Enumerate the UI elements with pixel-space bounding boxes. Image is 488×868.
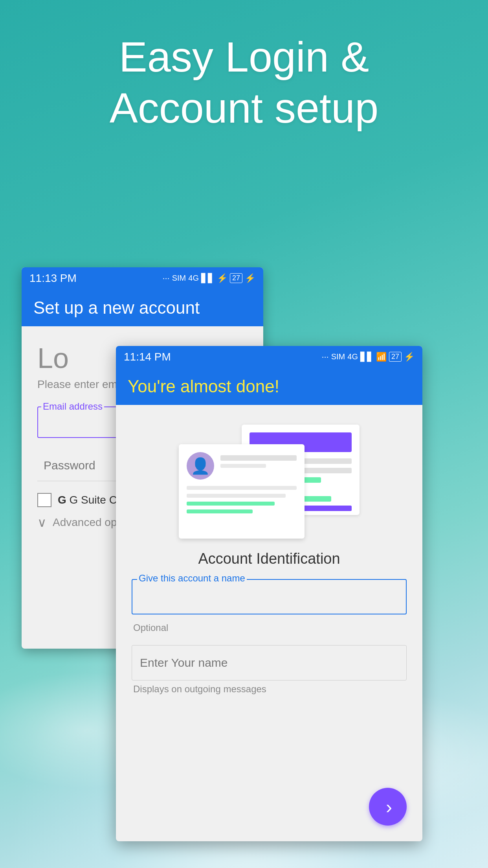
avatar: 👤 xyxy=(187,452,214,480)
app-bar-title-back: Set up a new account xyxy=(33,298,200,318)
card-front-header: 👤 xyxy=(187,452,297,480)
charging-front-icon: ⚡ xyxy=(404,352,415,362)
signal-bars-icon: ▋▋ xyxy=(201,273,215,283)
body-line-3 xyxy=(187,502,275,506)
gsuite-checkbox[interactable] xyxy=(37,493,51,507)
account-name-container: Give this account a name xyxy=(132,579,407,614)
status-bar-front: 11:14 PM ··· SIM 4G ▋▋ 📶 27 ⚡ xyxy=(116,346,422,368)
status-icons-front: ··· SIM 4G ▋▋ 📶 27 ⚡ xyxy=(321,352,415,362)
chevron-down-icon: ∨ xyxy=(37,515,46,530)
status-time-back: 11:13 PM xyxy=(29,272,77,285)
card-front-line-1 xyxy=(220,455,297,461)
next-arrow-icon: › xyxy=(386,796,392,818)
status-icons-back: ··· SIM 4G ▋▋ ⚡ 27 ⚡ xyxy=(162,273,255,283)
phone-screen-almost-done: 11:14 PM ··· SIM 4G ▋▋ 📶 27 ⚡ You're alm… xyxy=(116,346,422,841)
body-line-4 xyxy=(187,509,253,513)
card-front-line-2 xyxy=(220,464,266,468)
status-time-front: 11:14 PM xyxy=(124,351,171,363)
gsuite-label-g: G xyxy=(58,494,70,506)
account-illustration: 👤 xyxy=(179,425,360,539)
account-name-input[interactable] xyxy=(132,579,407,614)
body-line-1 xyxy=(187,486,297,490)
app-bar-title-front: You're almost done! xyxy=(128,377,279,396)
your-name-helper: Displays on outgoing messages xyxy=(132,684,407,695)
network-4g-icon: 4G xyxy=(188,274,199,283)
form-section: Give this account a name Optional Displa… xyxy=(116,579,422,695)
battery-text-front: 27 xyxy=(389,352,402,362)
charging-icon: ⚡ xyxy=(245,273,255,283)
your-name-input[interactable] xyxy=(132,645,407,680)
sim-front-icon: SIM xyxy=(331,352,345,361)
status-bar-back: 11:13 PM ··· SIM 4G ▋▋ ⚡ 27 ⚡ xyxy=(22,267,263,289)
account-name-label: Give this account a name xyxy=(137,573,247,584)
illustration-area: 👤 xyxy=(116,405,422,550)
card-front: 👤 xyxy=(179,444,305,539)
body-line-2 xyxy=(187,494,286,498)
signal-bars-front-icon: ▋▋ xyxy=(360,352,374,362)
card-front-lines xyxy=(220,455,297,468)
signal-dots-front-icon: ··· xyxy=(321,352,328,362)
signal-dots-icon: ··· xyxy=(162,273,169,283)
card-front-body xyxy=(187,486,297,513)
avatar-icon: 👤 xyxy=(191,457,210,475)
network-4g-front-icon: 4G xyxy=(347,352,358,361)
app-bar-back: Set up a new account xyxy=(22,289,263,326)
next-fab-button[interactable]: › xyxy=(369,788,407,826)
email-label: Email address xyxy=(41,401,104,412)
your-name-container xyxy=(132,645,407,680)
app-bar-front: You're almost done! xyxy=(116,368,422,405)
page-title: Easy Login & Account setup xyxy=(0,31,488,133)
sim-icon: SIM xyxy=(172,274,186,283)
battery-text-back: 27 xyxy=(230,273,242,283)
account-name-helper: Optional xyxy=(132,622,407,633)
wifi-icon: ⚡ xyxy=(217,273,227,283)
wifi-front-icon: 📶 xyxy=(376,352,387,362)
